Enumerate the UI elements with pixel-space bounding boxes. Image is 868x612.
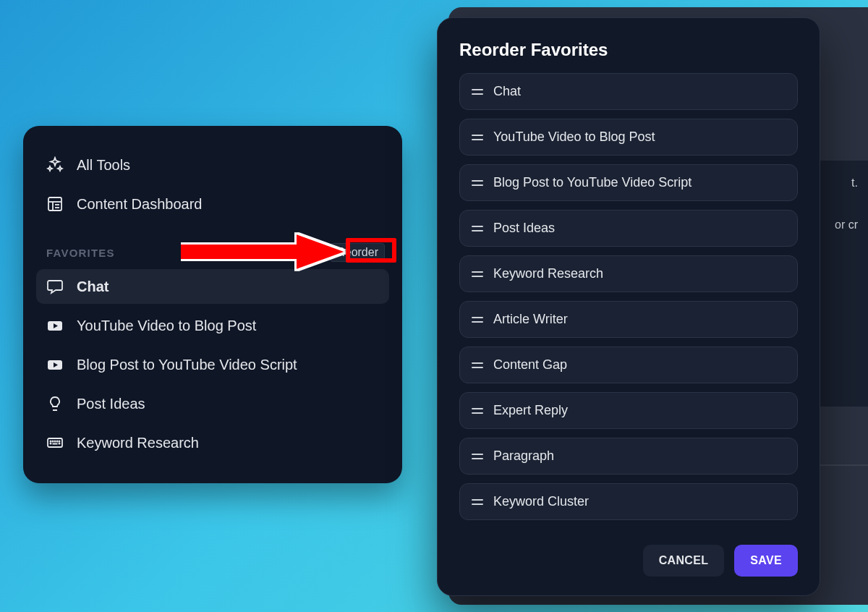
modal-title: Reorder Favorites [459,40,798,60]
favorites-section-label: FAVORITES [46,247,115,259]
drag-handle-icon[interactable] [472,453,483,460]
reorder-item[interactable]: Content Gap [459,347,798,383]
sidebar-item-keyword-research[interactable]: Keyword Research [36,425,389,460]
reorder-item-label: Chat [493,84,521,99]
reorder-item-label: Paragraph [493,449,554,464]
svg-point-12 [54,441,55,441]
reorder-item[interactable]: YouTube Video to Blog Post [459,119,798,156]
favorites-header: FAVORITES Reorder [36,236,389,265]
reorder-item[interactable]: Article Writer [459,301,798,338]
keyboard-icon [46,434,64,451]
drag-handle-icon[interactable] [472,407,483,415]
svg-point-13 [56,441,57,441]
svg-rect-0 [48,197,61,211]
drag-handle-icon[interactable] [472,271,483,278]
reorder-item-label: Blog Post to YouTube Video Script [493,175,692,190]
reorder-item[interactable]: Expert Reply [459,392,798,429]
svg-point-16 [59,443,59,443]
svg-point-10 [50,441,51,441]
reorder-item-label: Keyword Research [493,266,603,281]
drag-handle-icon[interactable] [472,225,483,232]
reorder-list: Chat YouTube Video to Blog Post Blog Pos… [459,73,798,530]
modal-actions: CANCEL SAVE [459,545,798,577]
sidebar-item-blog-to-youtube[interactable]: Blog Post to YouTube Video Script [36,347,389,382]
svg-point-15 [50,443,51,443]
nav-item-label: All Tools [77,157,130,174]
sidebar-item-label: Chat [77,279,109,295]
sidebar-item-label: Keyword Research [77,435,199,451]
drag-handle-icon[interactable] [472,498,483,506]
reorder-favorites-modal: Reorder Favorites Chat YouTube Video to … [437,17,820,596]
nav-item-content-dashboard[interactable]: Content Dashboard [36,187,389,221]
reorder-item-label: Keyword Cluster [493,494,589,509]
reorder-item-label: Article Writer [493,312,568,327]
chat-icon [46,278,64,295]
reorder-item[interactable]: Chat [459,73,798,110]
reorder-item[interactable]: Keyword Cluster [459,483,798,520]
reorder-item-label: Post Ideas [493,221,555,236]
lightbulb-icon [46,395,64,412]
reorder-button[interactable]: Reorder [330,243,385,262]
cancel-button[interactable]: CANCEL [643,545,725,577]
sidebar-item-label: YouTube Video to Blog Post [77,318,256,334]
sidebar-item-post-ideas[interactable]: Post Ideas [36,386,389,421]
reorder-item[interactable]: Paragraph [459,438,798,475]
reorder-item-label: Content Gap [493,357,567,373]
sidebar-item-label: Post Ideas [77,396,145,412]
drag-handle-icon[interactable] [472,179,483,187]
sidebar-item-chat[interactable]: Chat [36,269,389,304]
svg-point-14 [59,441,59,441]
youtube-icon [46,317,64,334]
reorder-item-label: Expert Reply [493,403,568,418]
drag-handle-icon[interactable] [472,88,483,95]
dashboard-icon [46,195,64,213]
sidebar-item-youtube-to-blog[interactable]: YouTube Video to Blog Post [36,308,389,343]
drag-handle-icon[interactable] [472,316,483,323]
reorder-item[interactable]: Blog Post to YouTube Video Script [459,164,798,201]
reorder-item[interactable]: Keyword Research [459,255,798,292]
sidebar-panel: All Tools Content Dashboard FAVORITES Re… [23,126,402,483]
reorder-item[interactable]: Post Ideas [459,210,798,247]
youtube-icon [46,356,64,373]
sparkle-icon [46,156,64,174]
save-button[interactable]: SAVE [734,545,798,577]
nav-item-all-tools[interactable]: All Tools [36,148,389,182]
sidebar-item-label: Blog Post to YouTube Video Script [77,357,297,373]
drag-handle-icon[interactable] [472,362,483,369]
drag-handle-icon[interactable] [472,134,483,141]
svg-point-11 [52,441,53,441]
reorder-item-label: YouTube Video to Blog Post [493,129,655,145]
nav-item-label: Content Dashboard [77,196,202,213]
